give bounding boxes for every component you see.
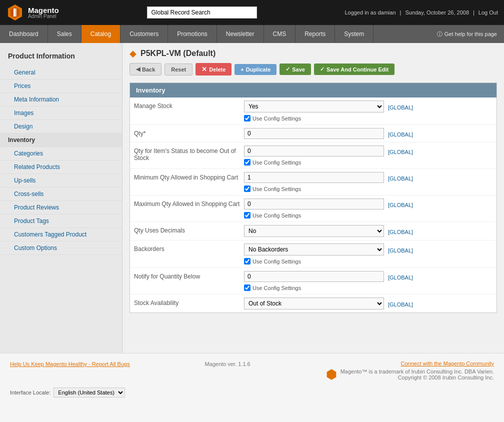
min-qty-global: [GLOBAL] bbox=[388, 174, 413, 182]
sidebar-item-product-tags[interactable]: Product Tags bbox=[0, 214, 122, 228]
locale-select[interactable]: English (United States) bbox=[54, 388, 125, 398]
backorders-row: Backorders No Backorders Allow Qty Below… bbox=[130, 240, 496, 268]
reset-button[interactable]: Reset bbox=[164, 64, 192, 76]
notify-qty-global: [GLOBAL] bbox=[388, 272, 413, 280]
svg-rect-2 bbox=[14, 8, 15, 16]
sidebar-item-categories[interactable]: Categories bbox=[0, 147, 122, 160]
min-qty-config-checkbox[interactable] bbox=[244, 186, 250, 192]
delete-icon: ✕ bbox=[202, 66, 207, 73]
qty-out-of-stock-field: [GLOBAL] Use Config Settings bbox=[244, 146, 492, 166]
logout-link[interactable]: Log Out bbox=[478, 10, 498, 16]
logo-subtext: Admin Panel bbox=[28, 14, 59, 19]
svg-rect-3 bbox=[15, 8, 16, 16]
back-button[interactable]: ◀ Back bbox=[130, 63, 162, 76]
sidebar-item-meta-information[interactable]: Meta Information bbox=[0, 93, 122, 106]
magento-logo-icon bbox=[6, 4, 24, 22]
qty-out-of-stock-label: Qty for Item's Status to become Out of S… bbox=[134, 146, 244, 162]
nav-item-newsletter[interactable]: Newsletter bbox=[217, 25, 264, 43]
nav-item-sales[interactable]: Sales bbox=[48, 25, 82, 43]
delete-button[interactable]: ✕ Delete bbox=[196, 63, 232, 76]
qty-row: Qty* [GLOBAL] bbox=[130, 125, 496, 142]
qty-field: [GLOBAL] bbox=[244, 128, 492, 139]
footer-right: Connect with the Magento Community Magen… bbox=[326, 360, 494, 380]
qty-input[interactable] bbox=[244, 128, 384, 139]
qty-decimals-select[interactable]: No Yes bbox=[244, 225, 384, 237]
header-user-info: Logged in as damian | Sunday, October 26… bbox=[344, 10, 498, 16]
notify-qty-field: [GLOBAL] Use Config Settings bbox=[244, 271, 492, 291]
notify-qty-input[interactable] bbox=[244, 271, 384, 282]
nav-item-system[interactable]: System bbox=[335, 25, 374, 43]
inventory-section: Inventory Manage Stock Yes No [GLOBAL] U… bbox=[130, 82, 497, 313]
backorders-select[interactable]: No Backorders Allow Qty Below 0 Allow Qt… bbox=[244, 244, 384, 256]
content-wrapper: Product Information General Prices Meta … bbox=[0, 43, 504, 353]
qty-out-of-stock-input[interactable] bbox=[244, 146, 384, 156]
manage-stock-row: Manage Stock Yes No [GLOBAL] Use Config … bbox=[130, 98, 496, 125]
sidebar-item-related-products[interactable]: Related Products bbox=[0, 160, 122, 174]
product-icon: ◆ bbox=[130, 48, 136, 59]
nav-item-dashboard[interactable]: Dashboard bbox=[0, 25, 48, 43]
nav-item-promotions[interactable]: Promotions bbox=[168, 25, 217, 43]
min-qty-input[interactable] bbox=[244, 172, 384, 183]
footer-center: Magento ver. 1.1.6 bbox=[205, 360, 250, 368]
max-qty-config-row: Use Config Settings bbox=[244, 212, 492, 218]
sidebar-item-product-reviews[interactable]: Product Reviews bbox=[0, 201, 122, 214]
nav-item-catalog[interactable]: Catalog bbox=[82, 25, 120, 43]
sidebar-item-general[interactable]: General bbox=[0, 66, 122, 80]
back-icon: ◀ bbox=[136, 66, 140, 72]
stock-availability-field: In Stock Out of Stock [GLOBAL] bbox=[244, 298, 492, 310]
notify-qty-config-label: Use Config Settings bbox=[252, 285, 301, 291]
stock-availability-select[interactable]: In Stock Out of Stock bbox=[244, 298, 384, 310]
duplicate-icon: + bbox=[240, 66, 244, 72]
main-content: ◆ P5KPL-VM (Default) ◀ Back Reset ✕ Dele… bbox=[122, 43, 504, 353]
copyright-text: Copyright © 2008 Irubin Consulting Inc. bbox=[340, 374, 494, 380]
manage-stock-config-checkbox[interactable] bbox=[244, 115, 250, 122]
max-qty-input[interactable] bbox=[244, 198, 384, 210]
backorders-field: No Backorders Allow Qty Below 0 Allow Qt… bbox=[244, 244, 492, 264]
help-link[interactable]: ⓘ Get help for this page bbox=[430, 25, 504, 43]
max-qty-config-checkbox[interactable] bbox=[244, 212, 250, 218]
sidebar-item-prices[interactable]: Prices bbox=[0, 80, 122, 93]
action-buttons: ◀ Back Reset ✕ Delete + Duplicate ✓ Save… bbox=[130, 63, 497, 76]
manage-stock-config-row: Use Config Settings bbox=[244, 115, 492, 122]
max-qty-row: Maximum Qty Allowed in Shopping Cart [GL… bbox=[130, 196, 496, 222]
manage-stock-config-label: Use Config Settings bbox=[252, 116, 301, 122]
sidebar-item-inventory[interactable]: Inventory bbox=[0, 134, 122, 147]
max-qty-field: [GLOBAL] Use Config Settings bbox=[244, 198, 492, 218]
manage-stock-global: [GLOBAL] bbox=[388, 102, 413, 110]
nav-item-cms[interactable]: CMS bbox=[264, 25, 296, 43]
manage-stock-select[interactable]: Yes No bbox=[244, 100, 384, 112]
footer-magento-logo bbox=[326, 368, 338, 380]
sidebar-item-up-sells[interactable]: Up-sells bbox=[0, 174, 122, 188]
sidebar-item-customers-tagged[interactable]: Customers Tagged Product bbox=[0, 228, 122, 242]
header-date: Sunday, October 26, 2008 bbox=[405, 10, 469, 16]
max-qty-global: [GLOBAL] bbox=[388, 200, 413, 208]
qty-out-of-stock-config-checkbox[interactable] bbox=[244, 159, 250, 166]
save-icon: ✓ bbox=[286, 66, 290, 72]
notify-qty-config-checkbox[interactable] bbox=[244, 284, 250, 291]
sidebar-item-cross-sells[interactable]: Cross-sells bbox=[0, 188, 122, 201]
nav-item-reports[interactable]: Reports bbox=[296, 25, 335, 43]
locale-label: Interface Locale: bbox=[10, 390, 50, 396]
qty-decimals-label: Qty Uses Decimals bbox=[134, 225, 244, 234]
save-button[interactable]: ✓ Save bbox=[280, 64, 311, 75]
qty-out-of-stock-global: [GLOBAL] bbox=[388, 147, 413, 155]
save-continue-button[interactable]: ✓ Save And Continue Edit bbox=[314, 64, 394, 75]
bug-report-link[interactable]: Help Us Keep Magento Healthy - Report Al… bbox=[10, 361, 130, 367]
header-search-area bbox=[59, 6, 345, 18]
sidebar-item-design[interactable]: Design bbox=[0, 120, 122, 134]
footer-left: Help Us Keep Magento Healthy - Report Al… bbox=[10, 360, 130, 368]
backorders-config-checkbox[interactable] bbox=[244, 258, 250, 264]
nav-item-customers[interactable]: Customers bbox=[120, 25, 168, 43]
sidebar-item-custom-options[interactable]: Custom Options bbox=[0, 242, 122, 255]
qty-label: Qty* bbox=[134, 128, 244, 137]
max-qty-config-label: Use Config Settings bbox=[252, 212, 301, 218]
community-link[interactable]: Connect with the Magento Community bbox=[326, 360, 494, 366]
global-search-input[interactable] bbox=[147, 6, 257, 18]
main-nav: Dashboard Sales Catalog Customers Promot… bbox=[0, 25, 504, 43]
qty-decimals-row: Qty Uses Decimals No Yes [GLOBAL] bbox=[130, 222, 496, 240]
duplicate-button[interactable]: + Duplicate bbox=[234, 64, 276, 75]
sidebar-item-images[interactable]: Images bbox=[0, 106, 122, 120]
stock-availability-label: Stock Availability bbox=[134, 298, 244, 306]
min-qty-label: Minimum Qty Allowed in Shopping Cart bbox=[134, 172, 244, 181]
min-qty-config-row: Use Config Settings bbox=[244, 186, 492, 192]
